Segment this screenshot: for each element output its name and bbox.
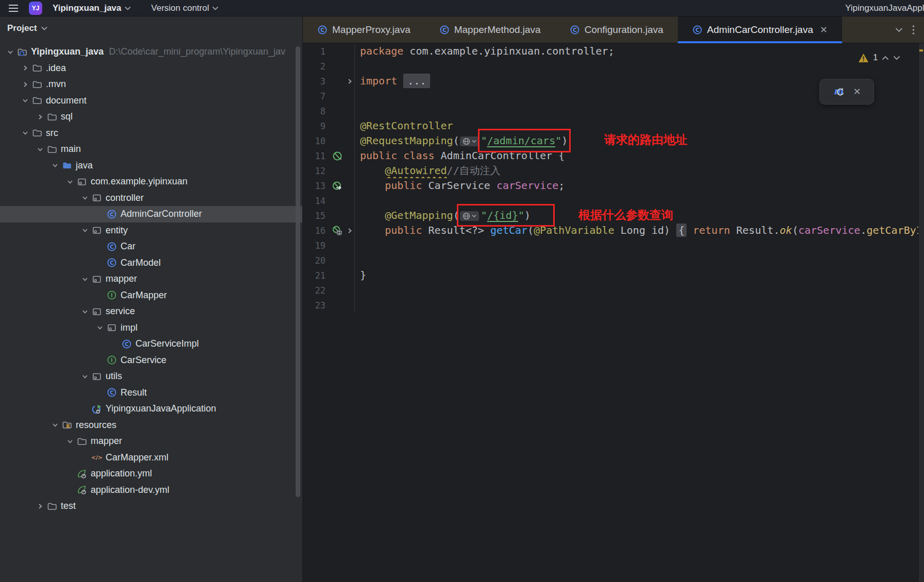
url-mapping-inlay[interactable] xyxy=(460,136,479,146)
tree-item-application.yml[interactable]: application.yml xyxy=(0,466,302,482)
tree-item-mapper[interactable]: mapper xyxy=(0,433,302,450)
tree-toggle-expanded-icon[interactable] xyxy=(79,276,91,283)
line-number: 12 xyxy=(303,166,330,176)
version-control-menu[interactable]: Version control xyxy=(148,2,221,14)
hamburger-menu-icon[interactable] xyxy=(5,3,22,13)
tab-list-chevron-icon[interactable] xyxy=(895,27,903,32)
tree-item-admincarcontroller[interactable]: CAdminCarController xyxy=(0,206,302,222)
tree-item-.idea[interactable]: .idea xyxy=(0,60,302,77)
annotation-text-route: 请求的路由地址 xyxy=(604,132,687,148)
tree-toggle-expanded-icon[interactable] xyxy=(49,421,61,429)
tree-item-application-dev.yml[interactable]: application-dev.yml xyxy=(0,482,302,499)
chevron-down-icon xyxy=(41,26,47,30)
tree-item-utils[interactable]: utils xyxy=(0,368,302,385)
project-logo[interactable]: YJ xyxy=(29,2,42,15)
project-tree: Yipingxuan_javaD:\Code\car_mini_program\… xyxy=(0,40,302,515)
tree-item-result[interactable]: CResult xyxy=(0,385,302,401)
tree-item-sql[interactable]: sql xyxy=(0,109,302,125)
spring-autowired-icon[interactable] xyxy=(332,181,343,191)
package-icon xyxy=(91,306,102,317)
tree-item-controller[interactable]: controller xyxy=(0,190,302,207)
code-line: 23 xyxy=(303,298,924,313)
tree-item-label: controller xyxy=(106,193,144,203)
tree-toggle-expanded-icon[interactable] xyxy=(64,178,76,185)
java-class-icon: C xyxy=(106,387,117,398)
spring-mapping-icon[interactable] xyxy=(332,226,343,236)
tree-item-carservice[interactable]: ICarService xyxy=(0,352,302,369)
tree-item-carmapper[interactable]: ICarMapper xyxy=(0,287,302,304)
tree-toggle-collapsed-icon[interactable] xyxy=(19,64,31,72)
tree-item-label: mapper xyxy=(91,436,122,447)
tree-toggle-expanded-icon[interactable] xyxy=(49,162,61,169)
tree-item-carserviceimpl[interactable]: CCarServiceImpl xyxy=(0,336,302,352)
editor-tab[interactable]: CMapperMethod.java xyxy=(425,16,555,43)
tree-toggle-expanded-icon[interactable] xyxy=(19,97,31,104)
tree-item-car[interactable]: CCar xyxy=(0,238,302,255)
tree-item-label: mapper xyxy=(106,273,137,284)
inspections-widget[interactable]: 1 xyxy=(858,53,900,63)
spring-bean-icon[interactable] xyxy=(332,151,343,161)
tree-item-resources[interactable]: resources xyxy=(0,417,302,434)
close-icon[interactable]: ✕ xyxy=(853,86,861,97)
tree-toggle-expanded-icon[interactable] xyxy=(94,324,106,331)
project-panel-header[interactable]: Project xyxy=(0,16,302,40)
code-line: 19 xyxy=(303,238,924,253)
tree-item-src[interactable]: src xyxy=(0,125,302,142)
tree-toggle-collapsed-icon[interactable] xyxy=(34,113,46,121)
tree-toggle-collapsed-icon[interactable] xyxy=(34,503,46,510)
tree-item-impl[interactable]: impl xyxy=(0,320,302,336)
tree-toggle-expanded-icon[interactable] xyxy=(79,308,91,315)
tree-toggle-expanded-icon[interactable] xyxy=(4,48,16,56)
tree-toggle-expanded-icon[interactable] xyxy=(79,373,91,380)
tree-toggle-expanded-icon[interactable] xyxy=(79,227,91,234)
tree-item-carmodel[interactable]: CCarModel xyxy=(0,255,302,271)
tree-toggle-expanded-icon[interactable] xyxy=(19,129,31,136)
previous-problem-icon[interactable] xyxy=(882,56,889,60)
maven-reload-icon[interactable]: m xyxy=(832,85,846,98)
tree-item-carmapper.xml[interactable]: </>CarMapper.xml xyxy=(0,450,302,466)
tree-toggle-expanded-icon[interactable] xyxy=(79,194,91,201)
folder-icon xyxy=(31,128,43,138)
tree-item-service[interactable]: service xyxy=(0,303,302,320)
tab-close-icon[interactable]: ✕ xyxy=(820,24,828,36)
tree-item-label: .idea xyxy=(46,63,66,74)
tree-toggle-expanded-icon[interactable] xyxy=(34,146,46,153)
tree-item-label: main xyxy=(61,144,81,155)
tree-item-mapper[interactable]: mapper xyxy=(0,271,302,287)
run-configuration[interactable]: YipingxuanJavaApplicati xyxy=(842,0,924,16)
line-number: 9 xyxy=(303,121,330,131)
editor-tab[interactable]: CConfiguration.java xyxy=(555,16,678,43)
package-icon xyxy=(91,274,102,284)
editor-tab[interactable]: CMapperProxy.java xyxy=(303,16,425,43)
tree-item-.mvn[interactable]: .mvn xyxy=(0,76,302,93)
svg-text:</>: </> xyxy=(92,454,102,461)
tree-item-yipingxuan-java[interactable]: Yipingxuan_javaD:\Code\car_mini_program\… xyxy=(0,44,302,60)
folder-icon xyxy=(31,95,43,106)
tree-item-main[interactable]: main xyxy=(0,141,302,158)
kebab-menu-icon[interactable] xyxy=(912,25,915,35)
code-line: 2 xyxy=(303,59,924,74)
tree-item-java[interactable]: java xyxy=(0,158,302,174)
tree-item-entity[interactable]: entity xyxy=(0,222,302,239)
fold-collapsed-icon[interactable] xyxy=(346,227,353,234)
tree-item-yipingxuanjavaapplication[interactable]: YipingxuanJavaApplication xyxy=(0,401,302,417)
fold-collapsed-icon[interactable] xyxy=(346,78,353,85)
tree-toggle-expanded-icon[interactable] xyxy=(64,438,76,445)
svg-text:C: C xyxy=(695,26,699,32)
tree-item-label: java xyxy=(76,160,93,171)
editor-error-stripe[interactable] xyxy=(918,43,924,582)
project-tree-scrollbar[interactable] xyxy=(296,46,300,497)
tree-toggle-collapsed-icon[interactable] xyxy=(19,81,31,88)
tree-item-com.example.yipinxuan[interactable]: com.example.yipinxuan xyxy=(0,174,302,190)
folder-icon xyxy=(31,79,43,90)
editor-tab[interactable]: CAdminCarController.java✕ xyxy=(678,16,842,43)
tree-item-document[interactable]: document xyxy=(0,93,302,109)
project-switcher[interactable]: Yipingxuan_java xyxy=(49,2,134,14)
code-editor[interactable]: 1package com.example.yipinxuan.controlle… xyxy=(303,43,924,582)
tree-item-test[interactable]: test xyxy=(0,498,302,515)
next-problem-icon[interactable] xyxy=(893,56,900,60)
tree-item-label: resources xyxy=(76,420,116,431)
code-text xyxy=(354,298,924,313)
warning-stripe-mark[interactable] xyxy=(919,49,923,52)
ide-window: { "topbar": { "logo": "YJ", "project_nam… xyxy=(0,0,924,582)
